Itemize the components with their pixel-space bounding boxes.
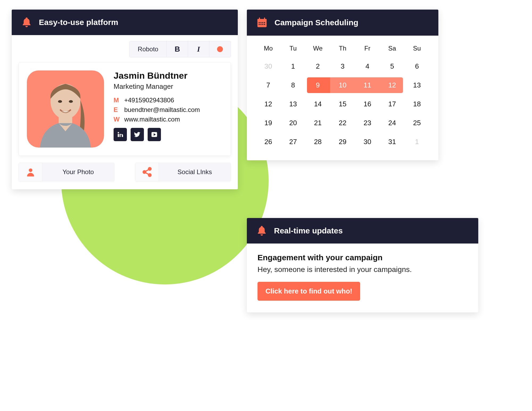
bold-button[interactable]: B — [167, 41, 188, 57]
svg-rect-17 — [262, 22, 263, 23]
font-label: Roboto — [138, 45, 158, 53]
weekday-header: Sa — [380, 41, 405, 57]
weekday-header: We — [305, 41, 330, 57]
calendar-day[interactable]: 26 — [256, 132, 281, 151]
twitter-icon[interactable] — [131, 128, 144, 141]
weekday-header: Fr — [355, 41, 380, 57]
updates-cta-button[interactable]: Click here to find out who! — [257, 282, 360, 301]
calendar-day[interactable]: 3 — [330, 57, 355, 76]
format-toolbar: Roboto B I — [12, 35, 238, 62]
toolbar-group: Roboto B I — [129, 41, 231, 57]
calendar-day[interactable]: 5 — [380, 57, 405, 76]
svg-point-4 — [29, 169, 32, 172]
svg-point-2 — [58, 100, 62, 103]
calendar-header: Campaign Scheduling — [247, 10, 438, 36]
platform-header: Easy-to-use platform — [12, 10, 238, 35]
color-button[interactable] — [209, 41, 231, 57]
calendar-day[interactable]: 9 — [305, 76, 330, 95]
social-links-label: Social LInks — [159, 163, 231, 181]
svg-rect-19 — [259, 24, 260, 25]
calendar-day[interactable]: 30 — [355, 132, 380, 151]
platform-title: Easy-to-use platform — [39, 18, 118, 27]
email-value: buendtner@mailtastic.com — [124, 106, 200, 114]
calendar-day[interactable]: 25 — [405, 114, 429, 132]
color-swatch-icon — [217, 46, 223, 52]
calendar-day[interactable]: 13 — [405, 76, 429, 95]
email-row: E buendtner@mailtastic.com — [114, 106, 200, 114]
calendar-day[interactable]: 2 — [305, 57, 330, 76]
calendar-day[interactable]: 12 — [256, 95, 281, 114]
svg-rect-21 — [262, 24, 263, 25]
calendar-day[interactable]: 20 — [281, 114, 305, 132]
svg-point-7 — [148, 174, 151, 177]
linkedin-icon[interactable] — [114, 128, 127, 141]
email-label: E — [114, 106, 120, 114]
calendar-day[interactable]: 15 — [330, 95, 355, 114]
svg-rect-20 — [260, 24, 261, 25]
web-value: www.mailtastic.com — [124, 116, 180, 123]
youtube-icon[interactable] — [148, 128, 161, 141]
calendar-day[interactable]: 23 — [355, 114, 380, 132]
calendar-day[interactable]: 24 — [380, 114, 405, 132]
mobile-row: M +4915902943806 — [114, 97, 200, 104]
your-photo-label: Your Photo — [42, 163, 114, 181]
calendar-day[interactable]: 21 — [305, 114, 330, 132]
svg-line-8 — [146, 170, 149, 171]
calendar-day[interactable]: 19 — [256, 114, 281, 132]
svg-rect-1 — [59, 115, 72, 125]
calendar-day[interactable]: 7 — [256, 76, 281, 95]
calendar-day[interactable]: 13 — [281, 95, 305, 114]
font-select[interactable]: Roboto — [130, 41, 167, 57]
web-label: W — [114, 116, 120, 123]
platform-card: Easy-to-use platform Roboto B I — [12, 10, 238, 189]
calendar-day[interactable]: 18 — [405, 95, 429, 114]
social-icons — [114, 128, 200, 141]
weekday-header: Tu — [281, 41, 305, 57]
calendar-day[interactable]: 14 — [305, 95, 330, 114]
calendar-day[interactable]: 12 — [380, 76, 405, 95]
svg-rect-18 — [264, 22, 265, 23]
avatar — [27, 70, 104, 148]
calendar-icon — [256, 16, 268, 29]
calendar-card: Campaign Scheduling MoTuWeThFrSaSu301234… — [247, 10, 438, 160]
calendar-body: MoTuWeThFrSaSu30123456789101112131213141… — [247, 36, 438, 160]
social-links-button[interactable]: Social LInks — [135, 163, 231, 181]
italic-button[interactable]: I — [188, 41, 209, 57]
calendar-day[interactable]: 30 — [256, 57, 281, 76]
calendar-day[interactable]: 16 — [355, 95, 380, 114]
calendar-day[interactable]: 1 — [405, 132, 429, 151]
italic-label: I — [197, 45, 200, 53]
calendar-day[interactable]: 17 — [380, 95, 405, 114]
svg-rect-12 — [259, 18, 260, 20]
svg-line-9 — [146, 173, 149, 175]
calendar-day[interactable]: 22 — [330, 114, 355, 132]
calendar-day[interactable]: 8 — [281, 76, 305, 95]
your-photo-button[interactable]: Your Photo — [19, 163, 114, 181]
updates-heading: Engagement with your campaign — [257, 253, 468, 262]
updates-header: Real-time updates — [247, 218, 478, 244]
signature-name: Jasmin Bündtner — [114, 70, 200, 81]
calendar-day[interactable]: 27 — [281, 132, 305, 151]
bell-icon — [256, 225, 268, 237]
calendar-day[interactable]: 4 — [355, 57, 380, 76]
calendar-day[interactable]: 6 — [405, 57, 429, 76]
weekday-header: Th — [330, 41, 355, 57]
calendar-day[interactable]: 31 — [380, 132, 405, 151]
svg-rect-22 — [264, 24, 265, 25]
updates-text: Hey, someone is interested in your campa… — [257, 265, 468, 274]
svg-point-6 — [148, 167, 151, 170]
svg-rect-15 — [259, 22, 260, 23]
calendar-day[interactable]: 11 — [355, 76, 380, 95]
calendar-day[interactable]: 1 — [281, 57, 305, 76]
calendar-day[interactable]: 28 — [305, 132, 330, 151]
calendar-grid: MoTuWeThFrSaSu30123456789101112131213141… — [256, 41, 429, 151]
platform-actions: Your Photo Social LInks — [12, 163, 238, 189]
weekday-header: Su — [405, 41, 429, 57]
bold-label: B — [174, 45, 180, 53]
svg-rect-13 — [264, 18, 265, 20]
calendar-day[interactable]: 10 — [330, 76, 355, 95]
mobile-value: +4915902943806 — [124, 97, 174, 104]
web-row: W www.mailtastic.com — [114, 116, 200, 123]
calendar-day[interactable]: 29 — [330, 132, 355, 151]
svg-rect-11 — [257, 19, 267, 21]
